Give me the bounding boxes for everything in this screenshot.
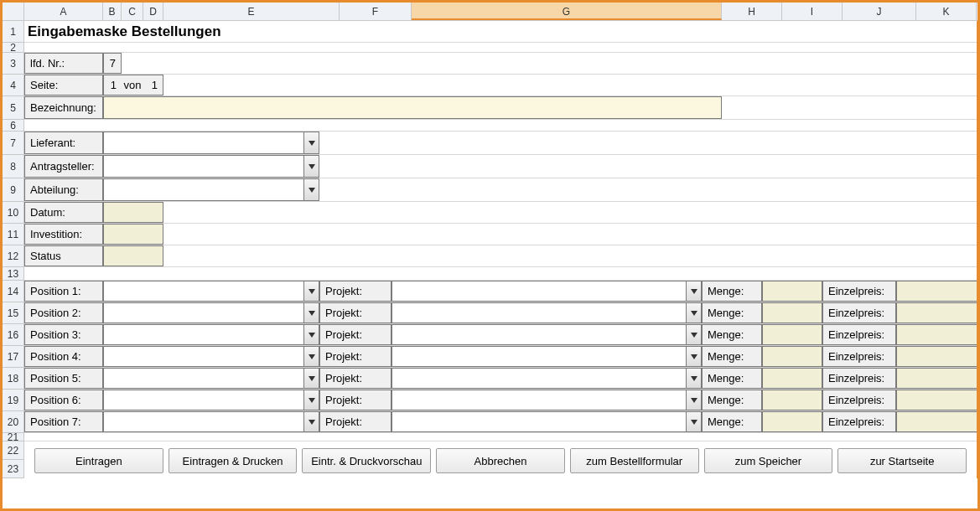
- position-row: Position 1:Projekt:Menge:Einzelpreis:: [24, 281, 977, 302]
- chevron-down-icon: [686, 281, 701, 301]
- project-dropdown[interactable]: [391, 346, 702, 367]
- qty-input[interactable]: [762, 368, 822, 389]
- position-row: Position 5:Projekt:Menge:Einzelpreis:: [24, 368, 977, 390]
- submit-button[interactable]: Eintragen: [34, 448, 163, 473]
- supplier-dropdown[interactable]: [103, 132, 319, 154]
- price-input[interactable]: [896, 302, 977, 323]
- position-row: Position 4:Projekt:Menge:Einzelpreis:: [24, 346, 977, 368]
- qty-input[interactable]: [762, 390, 822, 410]
- price-input[interactable]: [896, 281, 977, 302]
- row-header-8[interactable]: 8: [3, 155, 23, 178]
- row-header-14[interactable]: 14: [3, 281, 23, 302]
- row-header-12[interactable]: 12: [3, 245, 23, 267]
- row-header-16[interactable]: 16: [3, 324, 23, 346]
- price-input[interactable]: [896, 346, 977, 367]
- position-dropdown[interactable]: [103, 281, 319, 302]
- qty-label: Menge:: [702, 324, 762, 345]
- price-label: Einzelpreis:: [822, 346, 896, 367]
- position-dropdown[interactable]: [103, 324, 319, 345]
- row-header-15[interactable]: 15: [3, 302, 23, 324]
- submit-print-button[interactable]: Eintragen & Drucken: [169, 448, 298, 473]
- position-dropdown[interactable]: [103, 346, 319, 367]
- row-header-22[interactable]: 22: [3, 441, 23, 460]
- project-dropdown[interactable]: [391, 411, 702, 432]
- select-all-cell[interactable]: [3, 3, 24, 20]
- row-header-5[interactable]: 5: [3, 96, 23, 120]
- project-dropdown[interactable]: [391, 390, 702, 410]
- date-input[interactable]: [103, 202, 163, 223]
- price-label: Einzelpreis:: [822, 324, 896, 345]
- position-label: Position 5:: [24, 368, 103, 389]
- row-header-3[interactable]: 3: [3, 53, 23, 75]
- row-header-10[interactable]: 10: [3, 202, 23, 224]
- project-dropdown[interactable]: [391, 324, 702, 345]
- col-header-e[interactable]: E: [163, 3, 340, 20]
- qty-input[interactable]: [762, 281, 822, 302]
- chevron-down-icon: [686, 369, 701, 388]
- qty-label: Menge:: [702, 346, 762, 367]
- position-dropdown[interactable]: [103, 302, 319, 323]
- chevron-down-icon: [303, 179, 319, 200]
- price-input[interactable]: [896, 411, 977, 432]
- qty-input[interactable]: [762, 302, 822, 323]
- project-dropdown[interactable]: [391, 281, 702, 302]
- investment-input[interactable]: [103, 224, 163, 245]
- row-header-20[interactable]: 20: [3, 411, 23, 433]
- to-storage-button[interactable]: zum Speicher: [704, 448, 833, 473]
- col-header-f[interactable]: F: [340, 3, 412, 20]
- col-header-g[interactable]: G: [412, 3, 722, 20]
- price-input[interactable]: [896, 324, 977, 345]
- chevron-down-icon: [303, 132, 319, 153]
- chevron-down-icon: [686, 390, 701, 410]
- requester-dropdown[interactable]: [103, 155, 319, 178]
- submit-preview-button[interactable]: Eintr. & Druckvorschau: [302, 448, 431, 473]
- description-input[interactable]: [103, 96, 722, 119]
- col-header-c[interactable]: C: [122, 3, 143, 20]
- row-header-17[interactable]: 17: [3, 346, 23, 368]
- row-header-18[interactable]: 18: [3, 368, 23, 390]
- page-total: 1: [143, 75, 163, 95]
- chevron-down-icon: [303, 303, 319, 323]
- row-header-21[interactable]: 21: [3, 433, 23, 441]
- project-dropdown[interactable]: [391, 368, 702, 389]
- qty-input[interactable]: [762, 346, 822, 367]
- col-header-d[interactable]: D: [143, 3, 163, 20]
- page-title: Eingabemaske Bestellungen: [24, 21, 977, 42]
- position-dropdown[interactable]: [103, 390, 319, 410]
- col-header-i[interactable]: I: [782, 3, 843, 20]
- col-header-b[interactable]: B: [103, 3, 122, 20]
- position-dropdown[interactable]: [103, 411, 319, 432]
- row-header-1[interactable]: 1: [3, 21, 23, 43]
- col-header-k[interactable]: K: [916, 3, 977, 20]
- qty-input[interactable]: [762, 411, 822, 432]
- price-input[interactable]: [896, 390, 977, 410]
- price-label: Einzelpreis:: [822, 411, 896, 432]
- col-header-h[interactable]: H: [722, 3, 782, 20]
- row-header-13[interactable]: 13: [3, 267, 23, 281]
- row-header-11[interactable]: 11: [3, 224, 23, 245]
- row-header-19[interactable]: 19: [3, 390, 23, 411]
- cancel-button[interactable]: Abbrechen: [436, 448, 565, 473]
- position-row: Position 7:Projekt:Menge:Einzelpreis:: [24, 411, 977, 433]
- row-header-23[interactable]: 23: [3, 460, 23, 478]
- position-dropdown[interactable]: [103, 368, 319, 389]
- to-orderform-button[interactable]: zum Bestellformular: [570, 448, 699, 473]
- project-dropdown[interactable]: [391, 302, 702, 323]
- qty-input[interactable]: [762, 324, 822, 345]
- row-header-4[interactable]: 4: [3, 75, 23, 96]
- col-header-a[interactable]: A: [24, 3, 103, 20]
- project-label: Projekt:: [319, 346, 391, 367]
- col-header-j[interactable]: J: [843, 3, 916, 20]
- to-startpage-button[interactable]: zur Startseite: [837, 448, 967, 473]
- position-label: Position 3:: [24, 324, 103, 345]
- position-label: Position 6:: [24, 390, 103, 410]
- row-header-7[interactable]: 7: [3, 132, 23, 155]
- row-header-9[interactable]: 9: [3, 178, 23, 202]
- price-input[interactable]: [896, 368, 977, 389]
- row-header-6[interactable]: 6: [3, 120, 23, 132]
- status-input[interactable]: [103, 245, 163, 266]
- worksheet[interactable]: Eingabemaske Bestellungen lfd. Nr.: 7 Se…: [24, 21, 977, 478]
- row-header-2[interactable]: 2: [3, 43, 23, 53]
- project-label: Projekt:: [319, 281, 391, 302]
- department-dropdown[interactable]: [103, 178, 319, 201]
